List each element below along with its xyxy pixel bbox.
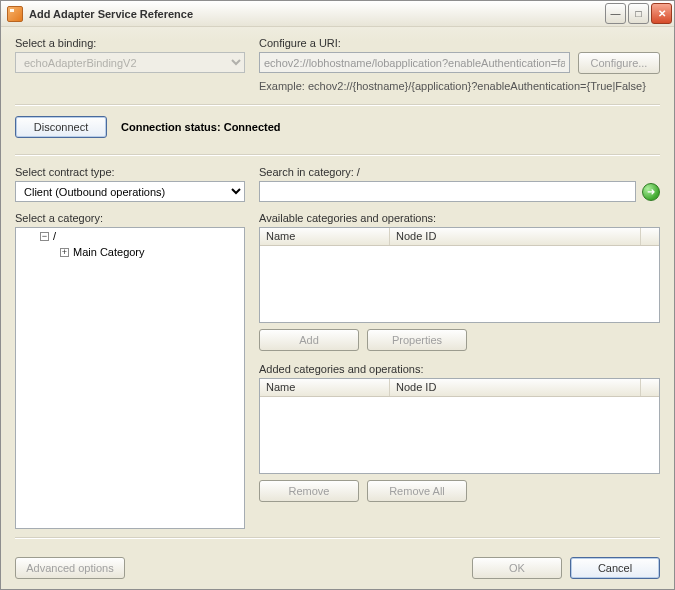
window-title: Add Adapter Service Reference xyxy=(29,8,605,20)
cancel-button[interactable]: Cancel xyxy=(570,557,660,579)
divider-3 xyxy=(15,537,660,539)
expand-icon[interactable]: + xyxy=(60,248,69,257)
app-icon xyxy=(7,6,23,22)
available-header: Name Node ID xyxy=(260,228,659,246)
close-button[interactable]: ✕ xyxy=(651,3,672,24)
footer: Advanced options OK Cancel xyxy=(15,547,660,579)
added-col-node[interactable]: Node ID xyxy=(390,379,641,396)
contract-label: Select contract type: xyxy=(15,166,245,178)
ok-button[interactable]: OK xyxy=(472,557,562,579)
uri-label: Configure a URI: xyxy=(259,37,660,49)
available-list[interactable]: Name Node ID xyxy=(259,227,660,323)
operations-section: Available categories and operations: Nam… xyxy=(259,212,660,529)
available-col-name[interactable]: Name xyxy=(260,228,390,245)
tree-child-label: Main Category xyxy=(73,246,145,258)
tree-root-row[interactable]: − / xyxy=(16,228,244,244)
divider-2 xyxy=(15,154,660,156)
divider-1 xyxy=(15,104,660,106)
contract-search-row: Select contract type: Client (Outbound o… xyxy=(15,166,660,202)
category-label: Select a category: xyxy=(15,212,245,224)
add-button[interactable]: Add xyxy=(259,329,359,351)
added-buttons: Remove Remove All xyxy=(259,480,660,502)
added-col-name[interactable]: Name xyxy=(260,379,390,396)
added-header: Name Node ID xyxy=(260,379,659,397)
tree-root-label: / xyxy=(53,230,56,242)
main-row: Select a category: − / + Main Category A… xyxy=(15,212,660,529)
remove-button[interactable]: Remove xyxy=(259,480,359,502)
available-col-spacer xyxy=(641,228,659,245)
search-label: Search in category: / xyxy=(259,166,660,178)
search-section: Search in category: / ➜ xyxy=(259,166,660,202)
added-col-spacer xyxy=(641,379,659,396)
added-label: Added categories and operations: xyxy=(259,363,660,375)
available-buttons: Add Properties xyxy=(259,329,660,351)
added-list[interactable]: Name Node ID xyxy=(259,378,660,474)
uri-input[interactable] xyxy=(259,52,570,73)
uri-example: Example: echov2://{hostname}/{applicatio… xyxy=(259,80,660,92)
binding-select[interactable]: echoAdapterBindingV2 xyxy=(15,52,245,73)
uri-section: Configure a URI: Configure... Example: e… xyxy=(259,37,660,92)
dialog-window: Add Adapter Service Reference — □ ✕ Sele… xyxy=(0,0,675,590)
remove-all-button[interactable]: Remove All xyxy=(367,480,467,502)
connection-status-value: Connected xyxy=(224,121,281,133)
dialog-content: Select a binding: echoAdapterBindingV2 C… xyxy=(1,27,674,589)
properties-button[interactable]: Properties xyxy=(367,329,467,351)
search-input[interactable] xyxy=(259,181,636,202)
binding-label: Select a binding: xyxy=(15,37,245,49)
available-label: Available categories and operations: xyxy=(259,212,660,224)
titlebar[interactable]: Add Adapter Service Reference — □ ✕ xyxy=(1,1,674,27)
top-row: Select a binding: echoAdapterBindingV2 C… xyxy=(15,37,660,92)
window-buttons: — □ ✕ xyxy=(605,3,672,24)
available-col-node[interactable]: Node ID xyxy=(390,228,641,245)
disconnect-button[interactable]: Disconnect xyxy=(15,116,107,138)
minimize-button[interactable]: — xyxy=(605,3,626,24)
category-section: Select a category: − / + Main Category xyxy=(15,212,245,529)
search-go-icon[interactable]: ➜ xyxy=(642,183,660,201)
collapse-icon[interactable]: − xyxy=(40,232,49,241)
configure-button[interactable]: Configure... xyxy=(578,52,660,74)
connection-status-label: Connection status: xyxy=(121,121,221,133)
binding-section: Select a binding: echoAdapterBindingV2 xyxy=(15,37,245,92)
connection-row: Disconnect Connection status: Connected xyxy=(15,116,660,138)
category-tree[interactable]: − / + Main Category xyxy=(15,227,245,529)
contract-section: Select contract type: Client (Outbound o… xyxy=(15,166,245,202)
maximize-button[interactable]: □ xyxy=(628,3,649,24)
contract-select[interactable]: Client (Outbound operations) xyxy=(15,181,245,202)
tree-child-row[interactable]: + Main Category xyxy=(16,244,244,260)
advanced-options-button[interactable]: Advanced options xyxy=(15,557,125,579)
